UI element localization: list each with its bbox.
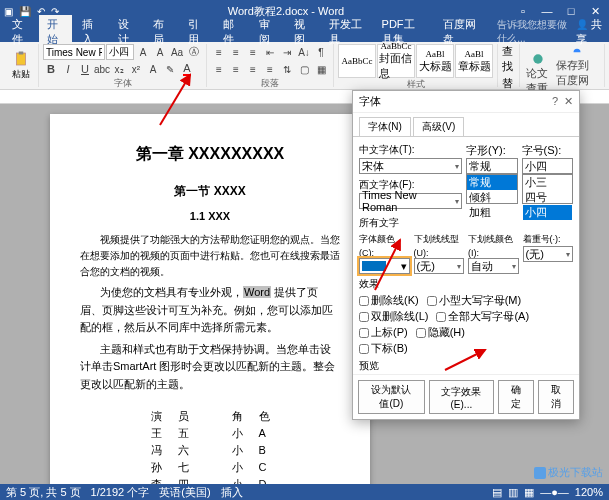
dialog-tab-advanced[interactable]: 高级(V)	[413, 117, 464, 136]
font-size-select[interactable]	[106, 44, 134, 60]
clipboard-group: 粘贴	[4, 44, 39, 87]
ok-button[interactable]: 确定	[498, 380, 534, 414]
style-listbox[interactable]: 常规 倾斜 加粗	[466, 174, 518, 204]
dialog-help-icon[interactable]: ?	[552, 95, 558, 108]
indent-inc-icon[interactable]: ⇥	[279, 44, 295, 60]
grow-font-icon[interactable]: A	[135, 44, 151, 60]
underline-label: 下划线线型(U):	[414, 234, 459, 258]
menubar: 文件 开始 插入 设计 布局 引用 邮件 审阅 视图 开发工具 PDF工具集 百…	[0, 22, 609, 42]
align-right-icon[interactable]: ≡	[245, 61, 261, 77]
font-name-select[interactable]	[43, 44, 105, 60]
find-button[interactable]: 查找	[502, 44, 515, 74]
chk-hidden[interactable]: 隐藏(H)	[416, 325, 465, 340]
shrink-font-icon[interactable]: A	[152, 44, 168, 60]
table-row: 王五小A	[143, 425, 278, 442]
dialog-close-icon[interactable]: ✕	[564, 95, 573, 108]
close-icon[interactable]: ✕	[585, 5, 605, 18]
style-input[interactable]: 常规	[466, 158, 518, 174]
extra-group: 论文查重 保存到百度网盘	[520, 44, 605, 87]
chk-allcaps[interactable]: 全部大写字母(A)	[436, 309, 529, 324]
status-lang[interactable]: 英语(美国)	[159, 485, 210, 500]
cn-font-combo[interactable]: 宋体▾	[359, 158, 462, 174]
emphasis-combo[interactable]: (无)▾	[523, 246, 574, 262]
view-web-icon[interactable]: ▦	[524, 486, 534, 499]
table-row: 李四小D	[143, 476, 278, 484]
align-left-icon[interactable]: ≡	[211, 61, 227, 77]
size-listbox[interactable]: 小三 四号 小四	[522, 174, 574, 204]
line-spacing-icon[interactable]: ⇅	[279, 61, 295, 77]
dialog-tab-font[interactable]: 字体(N)	[359, 117, 411, 136]
status-insert[interactable]: 插入	[221, 485, 243, 500]
show-marks-icon[interactable]: ¶	[313, 44, 329, 60]
cn-font-label: 中文字体(T):	[359, 143, 462, 157]
change-case-icon[interactable]: Aa	[169, 44, 185, 60]
minimize-icon[interactable]: ―	[537, 5, 557, 17]
bullet-icon[interactable]: ≡	[211, 44, 227, 60]
chk-super[interactable]: 上标(P)	[359, 325, 408, 340]
dialog-titlebar[interactable]: 字体 ? ✕	[353, 91, 579, 113]
underline-color-combo[interactable]: 自动▾	[468, 258, 519, 274]
underline-icon[interactable]: U	[77, 61, 93, 77]
tell-me-input[interactable]: 告诉我您想要做什么...	[497, 18, 574, 46]
bold-icon[interactable]: B	[43, 61, 59, 77]
justify-icon[interactable]: ≡	[262, 61, 278, 77]
effects-label: 效果	[359, 277, 573, 291]
share-label: 共享	[576, 18, 602, 45]
ribbon-options-icon[interactable]: ▫	[513, 5, 533, 17]
en-font-combo[interactable]: Times New Roman▾	[359, 193, 462, 209]
heading-1: 第一章 XXXXXXXXX	[80, 144, 340, 165]
maximize-icon[interactable]: □	[561, 5, 581, 17]
font-group-label: 字体	[114, 77, 132, 90]
style-item-2[interactable]: AaBbCc封面信息	[377, 44, 415, 78]
paste-button[interactable]: 粘贴	[8, 50, 34, 81]
status-page[interactable]: 第 5 页, 共 5 页	[6, 485, 81, 500]
share-button[interactable]: 👤 共享	[576, 17, 605, 47]
shading-icon[interactable]: ▢	[296, 61, 312, 77]
strike-icon[interactable]: abc	[94, 61, 110, 77]
size-label: 字号(S):	[522, 144, 562, 156]
statusbar: 第 5 页, 共 5 页 1/2192 个字 英语(美国) 插入 ▤ ▥ ▦ ―…	[0, 484, 609, 500]
cast-table: 演员角色 王五小A 冯六小B 孙七小C 李四小D 杨十四小E	[80, 408, 340, 484]
multilevel-icon[interactable]: ≡	[245, 44, 261, 60]
chk-strike[interactable]: 删除线(K)	[359, 293, 419, 308]
underline-combo[interactable]: (无)▾	[414, 258, 465, 274]
style-item-4[interactable]: AaBl章标题	[455, 44, 493, 78]
indent-dec-icon[interactable]: ⇤	[262, 44, 278, 60]
dialog-title: 字体	[359, 94, 381, 109]
zoom-value[interactable]: 120%	[575, 486, 603, 499]
style-label: 字形(Y):	[466, 144, 506, 156]
sort-icon[interactable]: A↓	[296, 44, 312, 60]
font-group: A A Aa Ⓐ B I U abc x₂ x² A ✎ A 字体	[39, 44, 207, 87]
text-effects-button[interactable]: 文字效果(E)...	[429, 380, 494, 414]
svg-rect-0	[17, 53, 26, 65]
set-default-button[interactable]: 设为默认值(D)	[358, 380, 425, 414]
table-row: 冯六小B	[143, 442, 278, 459]
style-item-3[interactable]: AaBl大标题	[416, 44, 454, 78]
size-input[interactable]: 小四	[522, 158, 574, 174]
check-button[interactable]: 论文查重	[524, 52, 552, 96]
clear-format-icon[interactable]: Ⓐ	[186, 44, 202, 60]
align-center-icon[interactable]: ≡	[228, 61, 244, 77]
number-icon[interactable]: ≡	[228, 44, 244, 60]
border-icon[interactable]: ▦	[313, 61, 329, 77]
page[interactable]: 第一章 XXXXXXXXX 第一节 XXXX 1.1 XXX 视频提供了功能强大…	[50, 114, 370, 484]
font-color-icon[interactable]: A	[179, 61, 195, 77]
superscript-icon[interactable]: x²	[128, 61, 144, 77]
chk-dblstrike[interactable]: 双删除线(L)	[359, 309, 428, 324]
text-effect-icon[interactable]: A	[145, 61, 161, 77]
styles-group: AaBbCc AaBbCc封面信息 AaBl大标题 AaBl章标题 样式	[334, 44, 498, 87]
zoom-slider[interactable]: ―●―	[540, 486, 569, 499]
subscript-icon[interactable]: x₂	[111, 61, 127, 77]
italic-icon[interactable]: I	[60, 61, 76, 77]
highlight-icon[interactable]: ✎	[162, 61, 178, 77]
view-print-icon[interactable]: ▥	[508, 486, 518, 499]
cancel-button[interactable]: 取消	[538, 380, 574, 414]
status-words[interactable]: 1/2192 个字	[91, 485, 150, 500]
emphasis-label: 着重号(·):	[523, 234, 561, 244]
view-read-icon[interactable]: ▤	[492, 486, 502, 499]
watermark: 极光下载站	[534, 465, 603, 480]
font-color-combo[interactable]: ▾	[359, 258, 410, 274]
chk-sub[interactable]: 下标(B)	[359, 341, 408, 356]
style-item-1[interactable]: AaBbCc	[338, 44, 376, 78]
chk-smallcaps[interactable]: 小型大写字母(M)	[427, 293, 522, 308]
